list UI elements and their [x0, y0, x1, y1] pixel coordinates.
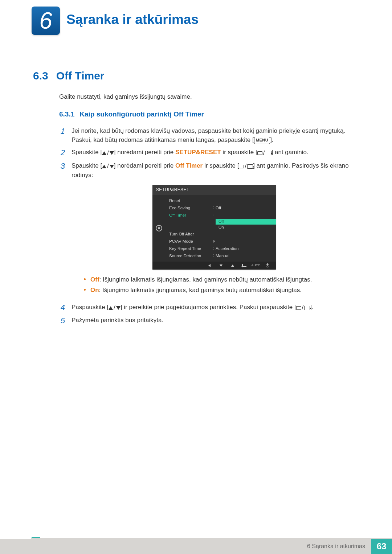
gear-icon [156, 225, 162, 231]
footer-label: 6 Sąranka ir atkūrimas [0, 539, 371, 554]
osd-body: Reset Eco Saving:Off Off Timer: Off On T… [152, 195, 276, 262]
step-number: 1 [59, 127, 65, 144]
osd-option-off: Off [216, 219, 276, 225]
up-down-icon: / [109, 303, 121, 312]
text: ir spauskite [ [203, 162, 239, 169]
text: ir spauskite [ [221, 149, 257, 156]
value: Acceleration [216, 246, 276, 252]
colon: : [211, 245, 216, 251]
text: ]. [270, 136, 273, 143]
page-number: 63 [371, 539, 392, 554]
chapter-number: 6 [39, 9, 52, 32]
step-body: Paspauskite [ / ] ir pereikite prie page… [72, 303, 357, 312]
osd-title: SETUP&RESET [152, 185, 276, 195]
osd-menu: Reset Eco Saving:Off Off Timer: Off On T… [166, 195, 276, 262]
label: Source Detection [168, 253, 211, 259]
steps-list: 1 Jei norite, kad būtų rodomas klavišų v… [59, 127, 357, 329]
colon: : [211, 253, 216, 259]
enter-source-icon: / [257, 149, 271, 158]
chevron-right-icon [211, 240, 217, 243]
label: Off Timer [168, 212, 211, 218]
term: On [90, 287, 99, 294]
step-number: 4 [59, 303, 65, 312]
keyword: SETUP&RESET [175, 149, 221, 156]
up-down-icon: / [102, 162, 114, 171]
down-icon [218, 263, 224, 268]
bullet-list: Off: Išjungimo laikmatis išjungiamas, ka… [84, 275, 357, 296]
step-5: 5 Pažymėta parinktis bus pritaikyta. [59, 316, 357, 325]
manual-page: 6 Sąranka ir atkūrimas 6.3 Off Timer Gal… [0, 0, 392, 554]
text: Spauskite [ [72, 162, 102, 169]
text: Jei norite, kad būtų rodomas klavišų vad… [72, 127, 345, 134]
value: Manual [216, 253, 276, 259]
osd-row-reset: Reset [168, 197, 276, 204]
menu-icon: MENU [254, 137, 270, 144]
osd-row-keyrepeat: Key Repeat Time:Acceleration [168, 245, 276, 252]
term: Off [90, 276, 99, 283]
osd-row-offtimer: Off Timer: [168, 212, 276, 219]
text: ] norėdami pereiti prie [114, 162, 175, 169]
osd-screenshot: SETUP&RESET Reset Eco Saving:Off Off Tim… [72, 185, 357, 270]
value: Off [216, 205, 276, 211]
enter-icon [241, 263, 248, 268]
back-icon [206, 263, 213, 268]
enter-source-icon: / [296, 303, 310, 312]
subsection-number: 6.3.1 [59, 110, 74, 118]
keyword: Off Timer [175, 162, 203, 169]
section-intro: Galite nustatyti, kad gaminys išsijungtų… [59, 93, 192, 100]
label: Turn Off After [168, 231, 211, 237]
text: : Išjungimo laikmatis įjungiamas, kad ga… [99, 287, 302, 294]
section-title: Off Timer [56, 70, 105, 82]
up-icon [229, 263, 236, 268]
power-icon [264, 263, 271, 268]
label: Eco Saving [168, 205, 211, 211]
osd-sidebar [152, 195, 166, 262]
step-4: 4 Paspauskite [ / ] ir pereikite prie pa… [59, 303, 357, 312]
enter-source-icon: / [239, 162, 253, 171]
text: ] ir pereikite prie pageidaujamos parink… [121, 304, 296, 311]
text: Paskui, kad būtų rodomas atitinkamas men… [72, 136, 254, 143]
section-number: 6.3 [33, 70, 48, 82]
label: Reset [168, 198, 211, 204]
text: Spauskite [ [72, 149, 102, 156]
step-2: 2 Spauskite [ / ] norėdami pereiti prie … [59, 148, 357, 157]
step-number: 2 [59, 148, 65, 157]
chapter-title: Sąranka ir atkūrimas [66, 12, 199, 27]
osd-row-srcdetect: Source Detection:Manual [168, 252, 276, 259]
text: ] ant gaminio. [271, 149, 309, 156]
step-number: 5 [59, 316, 65, 325]
step-body: Spauskite [ / ] norėdami pereiti prie Of… [72, 161, 357, 299]
step-body: Jei norite, kad būtų rodomas klavišų vad… [72, 127, 357, 144]
text: ] norėdami pereiti prie [114, 149, 175, 156]
step-3: 3 Spauskite [ / ] norėdami pereiti prie … [59, 161, 357, 299]
osd-footer: AUTO [152, 262, 276, 270]
subsection-heading: 6.3.1 Kaip sukonfigūruoti parinktį Off T… [59, 110, 204, 118]
auto-label: AUTO [253, 263, 259, 268]
up-down-icon: / [102, 149, 114, 158]
section-heading: 6.3 Off Timer [33, 70, 105, 82]
colon: : [211, 205, 216, 211]
osd-option-on: On [216, 225, 276, 230]
text: Paspauskite [ [72, 304, 109, 311]
page-footer: 6 Sąranka ir atkūrimas 63 [0, 539, 392, 554]
step-1: 1 Jei norite, kad būtų rodomas klavišų v… [59, 127, 357, 144]
osd-row-pcav: PC/AV Mode [168, 238, 276, 245]
osd-row-eco: Eco Saving:Off [168, 204, 276, 212]
osd-row-turnoff: Turn Off After [168, 230, 276, 238]
label: PC/AV Mode [168, 238, 211, 245]
bullet-off: Off: Išjungimo laikmatis išjungiamas, ka… [84, 275, 357, 285]
step-body: Spauskite [ / ] norėdami pereiti prie SE… [72, 148, 357, 157]
chapter-badge: 6 [32, 7, 60, 35]
bullet-on: On: Išjungimo laikmatis įjungiamas, kad … [84, 285, 357, 296]
subsection-title: Kaip sukonfigūruoti parinktį Off Timer [79, 110, 204, 118]
colon: : [211, 212, 216, 218]
text: : Išjungimo laikmatis išjungiamas, kad g… [99, 276, 312, 283]
osd-window: SETUP&RESET Reset Eco Saving:Off Off Tim… [152, 185, 276, 270]
step-body: Pažymėta parinktis bus pritaikyta. [72, 316, 357, 325]
step-number: 3 [59, 161, 65, 299]
osd-options: Off On [216, 219, 276, 230]
label: Key Repeat Time [168, 246, 211, 252]
